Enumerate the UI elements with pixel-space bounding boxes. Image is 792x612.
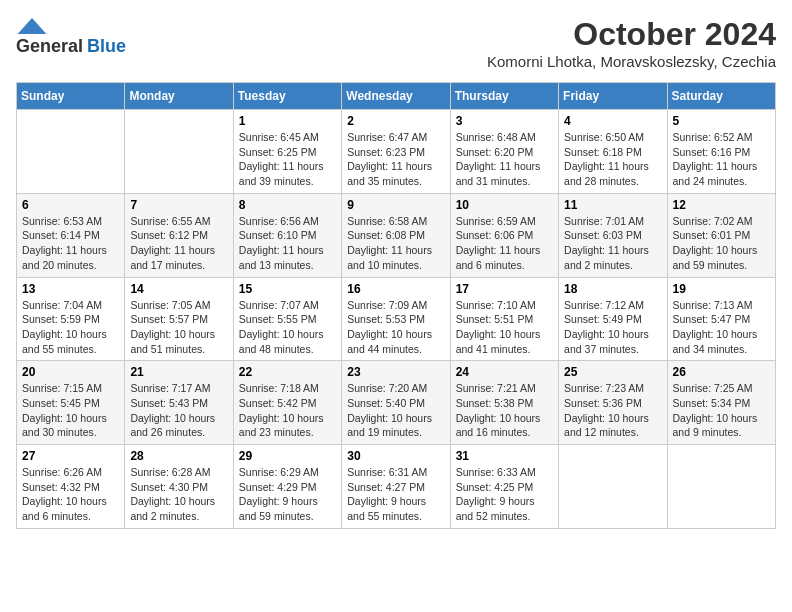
day-number: 24 [456,365,553,379]
calendar-cell: 26Sunrise: 7:25 AMSunset: 5:34 PMDayligh… [667,361,775,445]
day-number: 8 [239,198,336,212]
calendar-title: October 2024 [487,16,776,53]
calendar-cell: 25Sunrise: 7:23 AMSunset: 5:36 PMDayligh… [559,361,667,445]
day-info: Sunrise: 7:07 AMSunset: 5:55 PMDaylight:… [239,298,336,357]
day-info: Sunrise: 7:18 AMSunset: 5:42 PMDaylight:… [239,381,336,440]
day-info: Sunrise: 7:21 AMSunset: 5:38 PMDaylight:… [456,381,553,440]
day-number: 23 [347,365,444,379]
weekday-header: Thursday [450,83,558,110]
day-number: 12 [673,198,770,212]
calendar-cell: 15Sunrise: 7:07 AMSunset: 5:55 PMDayligh… [233,277,341,361]
day-number: 19 [673,282,770,296]
calendar-cell: 12Sunrise: 7:02 AMSunset: 6:01 PMDayligh… [667,193,775,277]
calendar-cell: 20Sunrise: 7:15 AMSunset: 5:45 PMDayligh… [17,361,125,445]
calendar-cell [17,110,125,194]
calendar-cell: 29Sunrise: 6:29 AMSunset: 4:29 PMDayligh… [233,445,341,529]
day-number: 14 [130,282,227,296]
calendar-week-row: 13Sunrise: 7:04 AMSunset: 5:59 PMDayligh… [17,277,776,361]
day-number: 4 [564,114,661,128]
weekday-header: Saturday [667,83,775,110]
day-info: Sunrise: 7:20 AMSunset: 5:40 PMDaylight:… [347,381,444,440]
day-info: Sunrise: 6:59 AMSunset: 6:06 PMDaylight:… [456,214,553,273]
calendar-table: SundayMondayTuesdayWednesdayThursdayFrid… [16,82,776,529]
day-info: Sunrise: 6:56 AMSunset: 6:10 PMDaylight:… [239,214,336,273]
day-info: Sunrise: 7:15 AMSunset: 5:45 PMDaylight:… [22,381,119,440]
day-info: Sunrise: 7:01 AMSunset: 6:03 PMDaylight:… [564,214,661,273]
weekday-header: Tuesday [233,83,341,110]
day-number: 15 [239,282,336,296]
calendar-cell: 24Sunrise: 7:21 AMSunset: 5:38 PMDayligh… [450,361,558,445]
day-number: 31 [456,449,553,463]
day-info: Sunrise: 6:55 AMSunset: 6:12 PMDaylight:… [130,214,227,273]
day-info: Sunrise: 7:23 AMSunset: 5:36 PMDaylight:… [564,381,661,440]
day-info: Sunrise: 7:17 AMSunset: 5:43 PMDaylight:… [130,381,227,440]
page-header: General Blue October 2024 Komorni Lhotka… [16,16,776,70]
calendar-cell: 4Sunrise: 6:50 AMSunset: 6:18 PMDaylight… [559,110,667,194]
calendar-header-row: SundayMondayTuesdayWednesdayThursdayFrid… [17,83,776,110]
calendar-cell: 14Sunrise: 7:05 AMSunset: 5:57 PMDayligh… [125,277,233,361]
day-number: 17 [456,282,553,296]
day-number: 25 [564,365,661,379]
day-info: Sunrise: 6:50 AMSunset: 6:18 PMDaylight:… [564,130,661,189]
day-info: Sunrise: 7:02 AMSunset: 6:01 PMDaylight:… [673,214,770,273]
logo: General Blue [16,16,126,57]
logo-icon [16,16,48,36]
title-section: October 2024 Komorni Lhotka, Moravskosle… [487,16,776,70]
day-number: 20 [22,365,119,379]
calendar-cell: 8Sunrise: 6:56 AMSunset: 6:10 PMDaylight… [233,193,341,277]
calendar-cell: 2Sunrise: 6:47 AMSunset: 6:23 PMDaylight… [342,110,450,194]
day-info: Sunrise: 6:26 AMSunset: 4:32 PMDaylight:… [22,465,119,524]
logo-blue: Blue [87,36,126,57]
day-info: Sunrise: 6:28 AMSunset: 4:30 PMDaylight:… [130,465,227,524]
calendar-subtitle: Komorni Lhotka, Moravskoslezsky, Czechia [487,53,776,70]
day-number: 11 [564,198,661,212]
day-number: 28 [130,449,227,463]
day-number: 22 [239,365,336,379]
day-number: 6 [22,198,119,212]
day-info: Sunrise: 6:45 AMSunset: 6:25 PMDaylight:… [239,130,336,189]
day-number: 30 [347,449,444,463]
calendar-cell: 11Sunrise: 7:01 AMSunset: 6:03 PMDayligh… [559,193,667,277]
calendar-cell: 18Sunrise: 7:12 AMSunset: 5:49 PMDayligh… [559,277,667,361]
day-info: Sunrise: 7:05 AMSunset: 5:57 PMDaylight:… [130,298,227,357]
day-number: 9 [347,198,444,212]
day-number: 29 [239,449,336,463]
weekday-header: Friday [559,83,667,110]
weekday-header: Sunday [17,83,125,110]
calendar-cell [667,445,775,529]
logo-general: General [16,36,83,57]
calendar-cell: 21Sunrise: 7:17 AMSunset: 5:43 PMDayligh… [125,361,233,445]
calendar-cell: 7Sunrise: 6:55 AMSunset: 6:12 PMDaylight… [125,193,233,277]
day-info: Sunrise: 6:31 AMSunset: 4:27 PMDaylight:… [347,465,444,524]
calendar-week-row: 6Sunrise: 6:53 AMSunset: 6:14 PMDaylight… [17,193,776,277]
calendar-cell: 3Sunrise: 6:48 AMSunset: 6:20 PMDaylight… [450,110,558,194]
calendar-cell: 19Sunrise: 7:13 AMSunset: 5:47 PMDayligh… [667,277,775,361]
calendar-week-row: 1Sunrise: 6:45 AMSunset: 6:25 PMDaylight… [17,110,776,194]
calendar-cell: 6Sunrise: 6:53 AMSunset: 6:14 PMDaylight… [17,193,125,277]
day-info: Sunrise: 7:12 AMSunset: 5:49 PMDaylight:… [564,298,661,357]
calendar-cell [125,110,233,194]
calendar-cell: 30Sunrise: 6:31 AMSunset: 4:27 PMDayligh… [342,445,450,529]
calendar-cell: 28Sunrise: 6:28 AMSunset: 4:30 PMDayligh… [125,445,233,529]
day-number: 13 [22,282,119,296]
calendar-cell: 9Sunrise: 6:58 AMSunset: 6:08 PMDaylight… [342,193,450,277]
calendar-week-row: 27Sunrise: 6:26 AMSunset: 4:32 PMDayligh… [17,445,776,529]
day-number: 3 [456,114,553,128]
calendar-cell: 16Sunrise: 7:09 AMSunset: 5:53 PMDayligh… [342,277,450,361]
day-info: Sunrise: 6:52 AMSunset: 6:16 PMDaylight:… [673,130,770,189]
day-number: 2 [347,114,444,128]
calendar-week-row: 20Sunrise: 7:15 AMSunset: 5:45 PMDayligh… [17,361,776,445]
day-number: 18 [564,282,661,296]
day-number: 16 [347,282,444,296]
day-number: 27 [22,449,119,463]
calendar-cell: 13Sunrise: 7:04 AMSunset: 5:59 PMDayligh… [17,277,125,361]
day-number: 26 [673,365,770,379]
svg-marker-0 [18,18,47,34]
day-info: Sunrise: 6:29 AMSunset: 4:29 PMDaylight:… [239,465,336,524]
day-number: 10 [456,198,553,212]
day-number: 7 [130,198,227,212]
calendar-cell [559,445,667,529]
day-number: 5 [673,114,770,128]
day-number: 21 [130,365,227,379]
day-info: Sunrise: 6:33 AMSunset: 4:25 PMDaylight:… [456,465,553,524]
